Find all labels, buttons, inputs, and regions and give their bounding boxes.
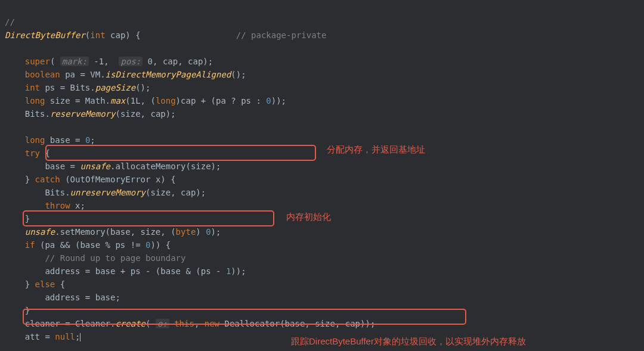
text-cursor bbox=[80, 333, 80, 341]
code-line: // bbox=[5, 17, 20, 27]
code-line: DirectByteBuffer bbox=[5, 30, 85, 40]
code-block: // DirectByteBuffer(int cap) { // packag… bbox=[0, 0, 644, 346]
